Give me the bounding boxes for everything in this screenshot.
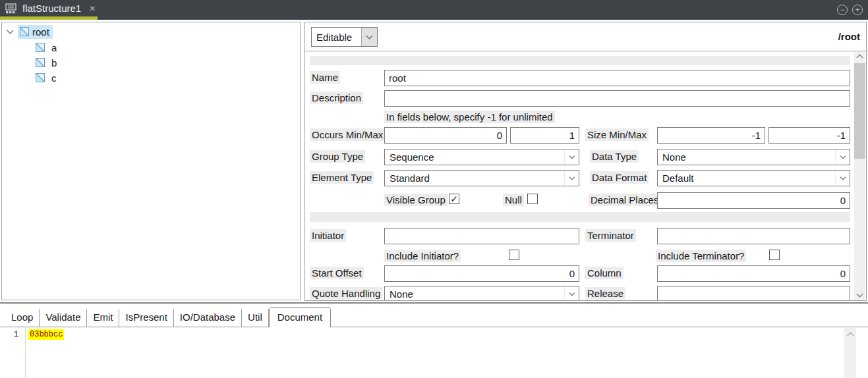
visible-group-label: Visible Group <box>384 194 448 206</box>
data-format-select[interactable]: Default <box>657 170 850 186</box>
tree-item-root[interactable]: root <box>8 24 53 39</box>
horizontal-splitter[interactable] <box>0 302 868 304</box>
group-type-label: Group Type <box>310 150 365 163</box>
null-checkbox[interactable] <box>527 194 538 204</box>
decimal-places-input[interactable] <box>657 192 850 209</box>
collapse-circle-icon[interactable]: − <box>837 5 848 15</box>
description-input[interactable] <box>384 90 850 107</box>
tab-loop[interactable]: Loop <box>5 309 40 327</box>
properties-toolbar: Editable /root <box>305 22 866 51</box>
tab-document[interactable]: Document <box>269 307 331 327</box>
occurs-max-input[interactable] <box>510 127 579 144</box>
editor-scrollbar[interactable] <box>844 328 856 378</box>
start-offset-label: Start Offset <box>310 267 364 279</box>
scroll-up-icon[interactable] <box>844 331 856 340</box>
dropdown-chevron-icon[interactable] <box>835 171 850 186</box>
start-offset-input[interactable] <box>384 265 579 282</box>
unlimited-note: In fields below, specify -1 for unlimite… <box>384 111 555 123</box>
data-format-label: Data Format <box>590 171 649 184</box>
node-path: /root <box>838 22 860 51</box>
dropdown-chevron-icon[interactable] <box>361 28 377 46</box>
structure-tree-panel: root a b c <box>1 22 301 300</box>
quote-handling-select[interactable]: None <box>384 286 579 300</box>
include-initiator-label: Include Initiator? <box>384 250 461 262</box>
title-bar: flatStructure1 ✕ − + <box>0 0 868 20</box>
tab-ispresent[interactable]: IsPresent <box>119 309 173 327</box>
data-type-label: Data Type <box>590 150 639 163</box>
scroll-down-icon[interactable] <box>854 288 865 300</box>
structure-icon <box>5 3 17 14</box>
null-label: Null <box>503 194 524 206</box>
tab-validate[interactable]: Validate <box>40 309 87 327</box>
section-separator <box>310 212 850 222</box>
size-min-input[interactable] <box>657 127 765 144</box>
element-icon <box>36 73 45 82</box>
decimal-places-label: Decimal Places <box>589 194 660 206</box>
dropdown-chevron-icon[interactable] <box>564 149 579 165</box>
active-tab-underline <box>0 16 98 20</box>
occurs-label: Occurs Min/Max <box>310 128 385 141</box>
document-tab-title: flatStructure1 <box>22 3 81 14</box>
column-label: Column <box>585 267 623 279</box>
scroll-up-icon[interactable] <box>854 52 865 63</box>
size-max-input[interactable] <box>768 127 850 144</box>
element-type-select[interactable]: Standard <box>384 170 579 186</box>
tree-item-c[interactable]: c <box>36 70 59 85</box>
element-icon <box>36 58 45 67</box>
mode-select[interactable]: Editable <box>311 27 378 47</box>
element-type-label: Element Type <box>310 171 374 184</box>
include-terminator-checkbox[interactable] <box>769 250 780 260</box>
terminator-input[interactable] <box>657 228 850 244</box>
application-window: flatStructure1 ✕ − + root a b c <box>0 0 868 378</box>
tree-item-a[interactable]: a <box>36 40 59 55</box>
bottom-tab-strip: Loop Validate Emit IsPresent IO/Database… <box>0 307 868 327</box>
section-separator <box>310 56 850 65</box>
size-label: Size Min/Max <box>585 128 649 141</box>
terminator-label: Terminator <box>585 229 636 242</box>
tree-node-root[interactable]: root <box>18 25 53 39</box>
group-type-select[interactable]: Sequence <box>384 149 579 165</box>
description-label: Description <box>310 92 363 104</box>
column-input[interactable] <box>657 265 850 282</box>
name-input[interactable] <box>384 70 850 86</box>
gutter-divider <box>25 328 26 378</box>
include-terminator-label: Include Terminator? <box>656 250 746 262</box>
name-label: Name <box>310 71 340 84</box>
tab-util[interactable]: Util <box>242 309 269 327</box>
close-icon[interactable]: ✕ <box>89 5 96 13</box>
initiator-input[interactable] <box>384 228 579 244</box>
line-number: 1 <box>0 330 18 339</box>
dropdown-chevron-icon[interactable] <box>564 286 579 300</box>
dropdown-chevron-icon[interactable] <box>564 171 579 186</box>
properties-panel: Editable /root Name Description In field… <box>304 22 867 301</box>
editor-line-text[interactable]: 03bbbcc <box>28 329 64 340</box>
include-initiator-checkbox[interactable] <box>509 250 519 260</box>
form-scrollbar[interactable] <box>854 52 865 300</box>
element-icon <box>36 43 45 52</box>
data-type-select[interactable]: None <box>657 149 850 165</box>
titlebar-actions: − + <box>837 0 863 20</box>
visible-group-checkbox[interactable]: ✓ <box>449 194 459 204</box>
tab-emit[interactable]: Emit <box>87 309 119 327</box>
tab-io-database[interactable]: IO/Database <box>174 309 242 327</box>
initiator-label: Initiator <box>310 229 346 242</box>
expand-circle-icon[interactable]: + <box>852 5 863 15</box>
scrollbar-thumb[interactable] <box>854 63 865 159</box>
tree-item-b[interactable]: b <box>36 55 59 70</box>
expander-chevron-icon[interactable] <box>7 28 14 34</box>
release-label: Release <box>585 287 625 300</box>
quote-handling-label: Quote Handling <box>310 287 382 300</box>
dropdown-chevron-icon[interactable] <box>835 149 850 165</box>
document-editor[interactable]: 1 03bbbcc <box>0 327 868 378</box>
element-icon <box>20 27 29 36</box>
document-tab-flatstructure1[interactable]: flatStructure1 ✕ <box>0 0 98 16</box>
release-input[interactable] <box>657 286 850 300</box>
occurs-min-input[interactable] <box>384 127 507 144</box>
properties-form: Name Description In fields below, specif… <box>305 51 854 300</box>
